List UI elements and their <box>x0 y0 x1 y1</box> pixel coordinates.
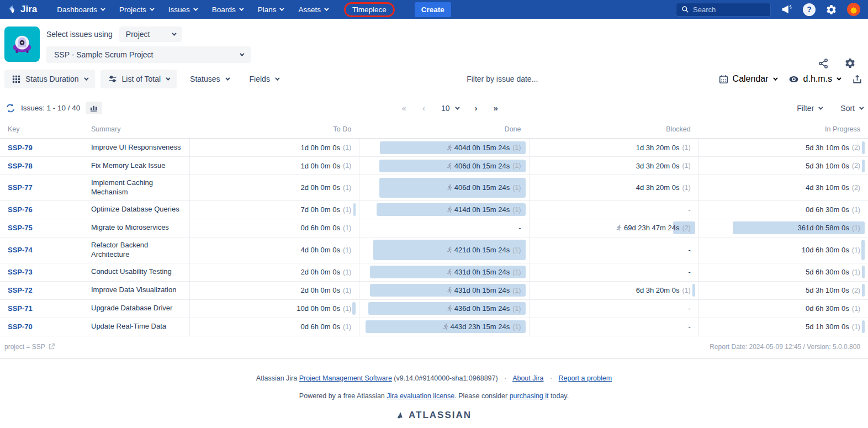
transition-count: (1) <box>343 305 351 313</box>
search-input[interactable] <box>693 6 759 14</box>
duration-value: 431d 0h 15m 24s <box>454 286 510 294</box>
settings-gear-icon[interactable] <box>844 57 856 69</box>
next-page-button[interactable]: › <box>475 103 477 113</box>
transition-count: (2) <box>852 287 860 294</box>
sort-button[interactable]: Sort <box>840 104 862 113</box>
chevron-down-icon <box>859 105 864 109</box>
announcements-icon[interactable] <box>781 3 793 15</box>
duration-value: - <box>688 304 690 313</box>
refresh-icon[interactable] <box>6 103 15 113</box>
todo-duration-cell: 1d 0h 0m 0s(1) <box>189 139 359 156</box>
footer-license-suffix: today. <box>551 392 569 400</box>
issue-key-link[interactable]: SSP-76 <box>8 205 33 214</box>
issues-table: Key Summary To Do Done Blocked In Progre… <box>0 121 868 336</box>
issue-source-select[interactable]: Project <box>119 27 182 42</box>
transition-count: (1) <box>682 184 690 192</box>
issue-key-link[interactable]: SSP-72 <box>8 286 33 294</box>
help-icon[interactable]: ? <box>803 3 816 16</box>
transition-count: (1) <box>343 224 351 232</box>
done-duration-cell: 404d 0h 15m 24s(1) <box>359 139 528 156</box>
chevron-down-icon <box>773 76 777 80</box>
issue-key-link[interactable]: SSP-75 <box>8 224 33 232</box>
filter-button[interactable]: Filter <box>797 104 822 113</box>
page-size-select[interactable]: 10 <box>441 104 458 113</box>
create-button[interactable]: Create <box>415 2 451 17</box>
calendar-mode-button[interactable]: Calendar <box>719 74 776 84</box>
runner-icon <box>446 305 453 312</box>
inprogress-duration-cell: 5d 3h 10m 0s(2) <box>698 139 868 156</box>
project-select[interactable]: SSP - Sample Scrum Project <box>46 46 251 63</box>
gear-icon[interactable] <box>825 4 837 15</box>
runner-icon <box>446 268 453 276</box>
todo-duration-cell: 0d 6h 0m 0s(1) <box>189 318 359 336</box>
evaluation-license-link[interactable]: Jira evaluation license <box>387 392 454 400</box>
chevron-down-icon <box>225 76 230 80</box>
about-jira-link[interactable]: About Jira <box>512 374 543 382</box>
duration-value: 2d 0h 0m 0s <box>300 268 340 276</box>
todo-duration-cell: 2d 0h 0m 0s(1) <box>189 263 359 281</box>
report-problem-link[interactable]: Report a problem <box>559 374 612 382</box>
issue-key-cell: SSP-78 <box>0 157 91 175</box>
jql-label: project = SSP <box>4 343 45 351</box>
report-type-button[interactable]: Status Duration <box>4 70 95 88</box>
nav-item-issues[interactable]: Issues <box>168 6 197 14</box>
grid-icon <box>12 75 20 83</box>
sliders-icon <box>108 75 117 83</box>
nav-item-boards[interactable]: Boards <box>212 6 242 14</box>
prev-page-button[interactable]: ‹ <box>422 103 425 113</box>
site-footer: Atlassian Jira Project Management Softwa… <box>0 359 868 421</box>
first-page-button[interactable]: « <box>402 103 406 113</box>
issue-key-link[interactable]: SSP-73 <box>8 268 33 276</box>
table-row: SSP-72Improve Data Visualization2d 0h 0m… <box>0 282 868 300</box>
statuses-button[interactable]: Statuses <box>182 70 236 88</box>
issue-summary-cell: Conduct Usability Testing <box>91 263 189 281</box>
duration-bar <box>352 302 356 315</box>
col-header-todo: To Do <box>189 121 359 138</box>
transition-count: (2) <box>852 144 860 151</box>
issue-key-link[interactable]: SSP-78 <box>8 162 33 170</box>
fields-button[interactable]: Fields <box>242 70 286 88</box>
duration-value: 0d 6h 0m 0s <box>300 323 340 331</box>
pm-software-link[interactable]: Project Management Software <box>299 374 392 382</box>
user-avatar[interactable] <box>847 3 860 16</box>
duration-bar <box>353 203 356 216</box>
issue-key-link[interactable]: SSP-79 <box>8 144 33 152</box>
nav-item-assets[interactable]: Assets <box>298 6 327 14</box>
nav-item-dashboards[interactable]: Dashboards <box>57 6 104 14</box>
global-search[interactable] <box>676 3 771 17</box>
nav-item-plans[interactable]: Plans <box>258 6 283 14</box>
duration-value: 404d 0h 15m 24s <box>454 144 510 152</box>
duration-bar <box>692 284 695 297</box>
issue-key-link[interactable]: SSP-77 <box>8 183 33 192</box>
issue-key-link[interactable]: SSP-71 <box>8 304 33 313</box>
transition-count: (1) <box>343 206 351 214</box>
jira-logo[interactable]: Jira <box>8 4 37 15</box>
view-mode-button[interactable]: List of Total <box>100 70 177 88</box>
transition-count: (2) <box>852 162 860 170</box>
duration-value: 4d 0h 0m 0s <box>300 246 340 254</box>
col-header-inprogress: In Progress <box>698 121 868 138</box>
external-link-icon[interactable] <box>48 343 55 350</box>
done-duration-cell: 431d 0h 15m 24s(1) <box>359 263 528 281</box>
issue-key-link[interactable]: SSP-74 <box>8 246 33 254</box>
nav-item-timepiece[interactable]: Timepiece <box>352 6 387 14</box>
time-format-button[interactable]: d.h.m.s <box>788 74 840 84</box>
transition-count: (1) <box>343 246 351 254</box>
purchasing-link[interactable]: purchasing it <box>510 392 549 400</box>
last-page-button[interactable]: » <box>494 103 497 113</box>
done-duration-cell: 431d 0h 15m 24s(1) <box>359 282 528 299</box>
chevron-down-icon <box>150 6 154 10</box>
inprogress-duration-cell: 4d 3h 10m 0s(2) <box>698 175 868 200</box>
nav-item-projects[interactable]: Projects <box>119 6 153 14</box>
chart-view-button[interactable] <box>86 102 102 114</box>
transition-count: (1) <box>852 268 860 276</box>
issue-date-filter-input[interactable]: Filter by issue date... <box>286 75 719 83</box>
table-row: SSP-79Improve UI Responsiveness1d 0h 0m … <box>0 139 868 157</box>
export-icon[interactable] <box>852 74 862 84</box>
issue-summary-cell: Improve UI Responsiveness <box>91 139 189 156</box>
issue-summary-cell: Upgrade Database Driver <box>91 300 189 318</box>
issue-key-link[interactable]: SSP-70 <box>8 323 33 331</box>
share-icon[interactable] <box>818 57 829 69</box>
issue-key-cell: SSP-73 <box>0 263 91 281</box>
report-toolbar: Status Duration List of Total Statuses F… <box>0 66 868 94</box>
